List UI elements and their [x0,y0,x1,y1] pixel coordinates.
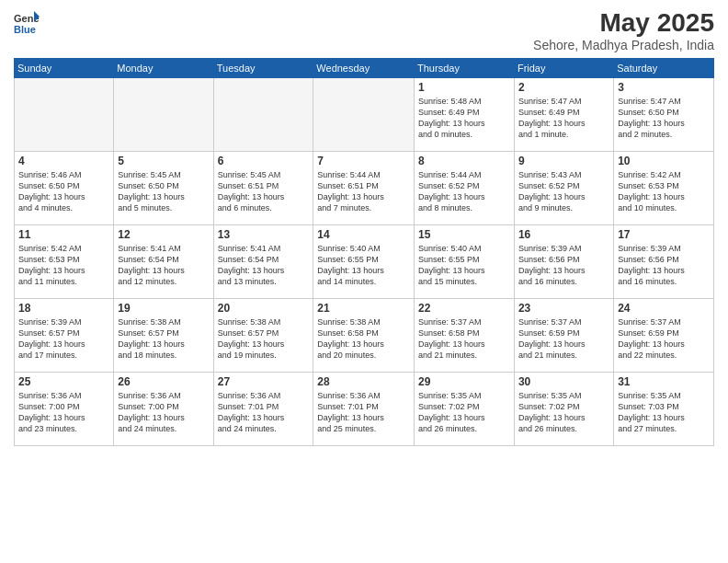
day-number: 12 [118,228,209,241]
calendar-cell-0-4: 1Sunrise: 5:48 AM Sunset: 6:49 PM Daylig… [415,77,515,151]
day-number: 29 [418,375,510,388]
day-info: Sunrise: 5:46 AM Sunset: 6:50 PM Dayligh… [18,169,109,214]
day-info: Sunrise: 5:44 AM Sunset: 6:51 PM Dayligh… [317,169,410,214]
weekday-header-row: Sunday Monday Tuesday Wednesday Thursday… [15,58,714,77]
day-number: 9 [518,155,609,167]
day-info: Sunrise: 5:42 AM Sunset: 6:53 PM Dayligh… [618,169,710,214]
calendar-cell-1-1: 5Sunrise: 5:45 AM Sunset: 6:50 PM Daylig… [114,151,213,224]
day-info: Sunrise: 5:48 AM Sunset: 6:49 PM Dayligh… [418,96,510,141]
day-info: Sunrise: 5:37 AM Sunset: 6:58 PM Dayligh… [418,316,510,362]
header-tuesday: Tuesday [213,58,313,77]
day-info: Sunrise: 5:37 AM Sunset: 6:59 PM Dayligh… [618,316,710,362]
calendar-cell-1-4: 8Sunrise: 5:44 AM Sunset: 6:52 PM Daylig… [415,151,515,224]
calendar-cell-3-2: 20Sunrise: 5:38 AM Sunset: 6:57 PM Dayli… [213,298,313,372]
day-number: 5 [118,155,209,167]
day-number: 10 [618,155,710,167]
calendar-cell-4-5: 30Sunrise: 5:35 AM Sunset: 7:02 PM Dayli… [514,372,613,445]
day-info: Sunrise: 5:35 AM Sunset: 7:03 PM Dayligh… [618,390,710,435]
calendar-cell-2-0: 11Sunrise: 5:42 AM Sunset: 6:53 PM Dayli… [15,224,114,298]
day-info: Sunrise: 5:45 AM Sunset: 6:50 PM Dayligh… [118,169,209,214]
day-number: 17 [618,228,710,241]
day-number: 1 [418,81,510,94]
day-number: 23 [518,302,609,315]
day-info: Sunrise: 5:38 AM Sunset: 6:57 PM Dayligh… [118,316,209,362]
day-number: 18 [18,302,109,315]
day-info: Sunrise: 5:40 AM Sunset: 6:55 PM Dayligh… [418,243,510,288]
calendar-cell-3-3: 21Sunrise: 5:38 AM Sunset: 6:58 PM Dayli… [313,298,415,372]
day-info: Sunrise: 5:45 AM Sunset: 6:51 PM Dayligh… [218,169,310,214]
calendar-cell-4-6: 31Sunrise: 5:35 AM Sunset: 7:03 PM Dayli… [614,372,714,445]
header-sunday: Sunday [15,58,114,77]
header-wednesday: Wednesday [313,58,415,77]
logo: General Blue [14,9,40,35]
day-number: 14 [317,228,410,241]
calendar-cell-1-2: 6Sunrise: 5:45 AM Sunset: 6:51 PM Daylig… [213,151,313,224]
day-number: 22 [418,302,510,315]
day-number: 6 [218,155,310,167]
day-number: 28 [317,375,410,388]
day-info: Sunrise: 5:40 AM Sunset: 6:55 PM Dayligh… [317,243,410,288]
calendar-cell-1-5: 9Sunrise: 5:43 AM Sunset: 6:52 PM Daylig… [514,151,613,224]
day-number: 25 [18,375,109,388]
day-info: Sunrise: 5:44 AM Sunset: 6:52 PM Dayligh… [418,169,510,214]
day-info: Sunrise: 5:36 AM Sunset: 7:01 PM Dayligh… [218,390,310,435]
day-number: 19 [118,302,209,315]
calendar-cell-4-0: 25Sunrise: 5:36 AM Sunset: 7:00 PM Dayli… [15,372,114,445]
calendar-cell-4-3: 28Sunrise: 5:36 AM Sunset: 7:01 PM Dayli… [313,372,415,445]
calendar-cell-2-5: 16Sunrise: 5:39 AM Sunset: 6:56 PM Dayli… [514,224,613,298]
svg-text:Blue: Blue [14,24,36,35]
day-info: Sunrise: 5:36 AM Sunset: 7:00 PM Dayligh… [118,390,209,435]
month-title: May 2025 [533,9,714,38]
week-row-5: 25Sunrise: 5:36 AM Sunset: 7:00 PM Dayli… [15,372,714,445]
calendar-cell-3-5: 23Sunrise: 5:37 AM Sunset: 6:59 PM Dayli… [514,298,613,372]
day-number: 8 [418,155,510,167]
header-saturday: Saturday [614,58,714,77]
calendar-cell-3-6: 24Sunrise: 5:37 AM Sunset: 6:59 PM Dayli… [614,298,714,372]
title-block: May 2025 Sehore, Madhya Pradesh, India [533,9,714,52]
calendar-cell-0-1 [114,77,213,151]
day-info: Sunrise: 5:38 AM Sunset: 6:57 PM Dayligh… [218,316,310,362]
day-info: Sunrise: 5:42 AM Sunset: 6:53 PM Dayligh… [18,243,109,288]
logo-icon: General Blue [14,9,40,35]
day-number: 26 [118,375,209,388]
calendar-table: Sunday Monday Tuesday Wednesday Thursday… [14,58,714,446]
day-info: Sunrise: 5:41 AM Sunset: 6:54 PM Dayligh… [118,243,209,288]
calendar-cell-2-2: 13Sunrise: 5:41 AM Sunset: 6:54 PM Dayli… [213,224,313,298]
day-number: 27 [218,375,310,388]
calendar-cell-3-0: 18Sunrise: 5:39 AM Sunset: 6:57 PM Dayli… [15,298,114,372]
calendar-page: General Blue May 2025 Sehore, Madhya Pra… [0,0,728,563]
day-number: 7 [317,155,410,167]
day-info: Sunrise: 5:39 AM Sunset: 6:56 PM Dayligh… [618,243,710,288]
day-number: 16 [518,228,609,241]
day-number: 30 [518,375,609,388]
day-number: 3 [618,81,710,94]
day-number: 15 [418,228,510,241]
calendar-cell-0-0 [15,77,114,151]
day-info: Sunrise: 5:35 AM Sunset: 7:02 PM Dayligh… [518,390,609,435]
calendar-cell-0-5: 2Sunrise: 5:47 AM Sunset: 6:49 PM Daylig… [514,77,613,151]
calendar-cell-2-4: 15Sunrise: 5:40 AM Sunset: 6:55 PM Dayli… [415,224,515,298]
day-info: Sunrise: 5:39 AM Sunset: 6:56 PM Dayligh… [518,243,609,288]
day-info: Sunrise: 5:47 AM Sunset: 6:49 PM Dayligh… [518,96,609,141]
calendar-cell-2-1: 12Sunrise: 5:41 AM Sunset: 6:54 PM Dayli… [114,224,213,298]
day-info: Sunrise: 5:47 AM Sunset: 6:50 PM Dayligh… [618,96,710,141]
day-info: Sunrise: 5:37 AM Sunset: 6:59 PM Dayligh… [518,316,609,362]
header-friday: Friday [514,58,613,77]
calendar-cell-3-4: 22Sunrise: 5:37 AM Sunset: 6:58 PM Dayli… [415,298,515,372]
week-row-2: 4Sunrise: 5:46 AM Sunset: 6:50 PM Daylig… [15,151,714,224]
day-info: Sunrise: 5:36 AM Sunset: 7:00 PM Dayligh… [18,390,109,435]
day-number: 11 [18,228,109,241]
day-number: 20 [218,302,310,315]
week-row-1: 1Sunrise: 5:48 AM Sunset: 6:49 PM Daylig… [15,77,714,151]
day-number: 13 [218,228,310,241]
location-title: Sehore, Madhya Pradesh, India [533,38,714,52]
calendar-cell-1-3: 7Sunrise: 5:44 AM Sunset: 6:51 PM Daylig… [313,151,415,224]
calendar-cell-3-1: 19Sunrise: 5:38 AM Sunset: 6:57 PM Dayli… [114,298,213,372]
day-number: 24 [618,302,710,315]
day-info: Sunrise: 5:35 AM Sunset: 7:02 PM Dayligh… [418,390,510,435]
header-thursday: Thursday [415,58,515,77]
calendar-cell-2-6: 17Sunrise: 5:39 AM Sunset: 6:56 PM Dayli… [614,224,714,298]
week-row-3: 11Sunrise: 5:42 AM Sunset: 6:53 PM Dayli… [15,224,714,298]
calendar-cell-4-2: 27Sunrise: 5:36 AM Sunset: 7:01 PM Dayli… [213,372,313,445]
header-monday: Monday [114,58,213,77]
